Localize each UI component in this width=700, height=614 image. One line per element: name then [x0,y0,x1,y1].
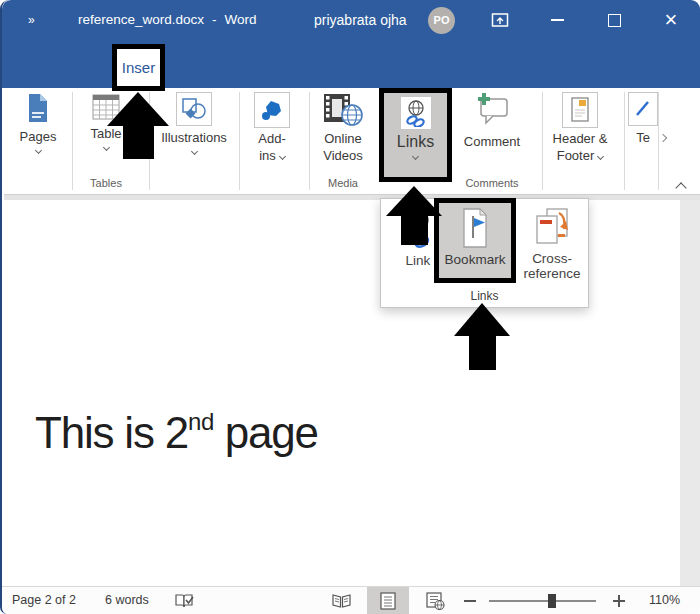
cross-reference-icon [532,207,572,249]
document-text: This is 2nd page [35,408,318,458]
web-layout-icon[interactable] [426,592,445,610]
chevron-down-icon [190,148,197,155]
close-icon: × [665,0,678,40]
online-videos-button[interactable]: Online Videos [314,92,372,164]
window-title: reference_word.docx - Word [78,0,257,40]
chevron-down-icon [412,153,419,160]
comment-button[interactable]: Comment [457,92,527,150]
group-separator [239,92,240,190]
links-icon [400,96,432,130]
bookmark-label: Bookmark [445,252,506,267]
addins-icon [254,92,290,128]
header-footer-label-line2: Footer [557,147,604,164]
chevron-down-icon [597,153,604,160]
zoom-in-icon[interactable] [618,595,620,607]
arrow-to-insert-tab [107,92,169,159]
minimize-icon [551,19,564,21]
avatar[interactable]: PO [428,7,455,34]
chevron-down-icon [34,147,41,154]
word-count[interactable]: 6 words [105,587,149,614]
proofing-icon[interactable] [174,592,195,610]
links-button[interactable]: Links [384,93,447,177]
arrow-to-links-button [386,186,442,245]
pages-label: Pages [20,128,57,145]
print-layout-icon [380,592,396,610]
zoom-level[interactable]: 110% [649,587,680,614]
header-footer-label-line1: Header & [553,130,608,147]
illustrations-label: Illustrations [161,129,227,146]
bookmark-annotation-box: Bookmark [434,198,516,283]
chevron-down-icon [279,153,286,160]
page-info[interactable]: Page 2 of 2 [12,587,76,614]
group-separator [624,92,625,190]
online-videos-icon [322,92,364,128]
quick-access-overflow-icon[interactable]: » [28,0,35,40]
zoom-slider-thumb[interactable] [548,594,556,608]
online-videos-label-line2: Videos [323,147,363,164]
document-text-end: page [214,408,318,457]
addins-label-line1: Add- [258,130,285,147]
dropdown-item-cross-reference[interactable]: Cross- reference [519,207,585,281]
tab-insert[interactable]: Inser [122,59,155,76]
app-name: Word [225,0,257,40]
addins-label-line2: ins [259,147,285,164]
print-layout-button[interactable] [367,587,409,614]
addins-button[interactable]: Add- ins [245,92,299,164]
text-button[interactable]: Te [628,92,658,146]
comments-group-label: Comments [460,177,524,189]
vertical-scrollbar[interactable] [680,200,700,586]
link-label: Link [406,253,431,268]
group-separator [72,92,73,190]
group-separator [542,92,543,190]
links-label: Links [397,133,434,151]
document-text-superscript: nd [188,408,214,435]
tables-group-label: Tables [81,177,131,189]
ribbon-display-options-icon [491,11,509,29]
ribbon-display-options-button[interactable] [483,0,517,40]
bookmark-icon [459,207,491,249]
dropdown-group-label: Links [381,289,588,303]
arrow-to-bookmark-item [454,303,510,370]
zoom-slider-track[interactable] [489,600,596,602]
media-group-label: Media [318,177,368,189]
online-videos-label-line1: Online [324,130,362,147]
document-title: reference_word.docx [78,0,204,40]
insert-annotation-box: Inser [112,44,165,91]
minimize-button[interactable] [540,0,574,40]
read-mode-icon[interactable] [331,593,352,609]
close-button[interactable]: × [654,0,688,40]
title-bar: » reference_word.docx - Word priyabrata … [2,0,700,40]
cross-reference-label-line2: reference [523,266,580,281]
cross-reference-label-line1: Cross- [532,251,572,266]
title-separator: - [212,0,217,40]
zoom-out-icon[interactable] [464,600,476,602]
comment-label: Comment [464,133,520,150]
word-window: » reference_word.docx - Word priyabrata … [0,0,700,614]
user-name: priyabrata ojha [314,0,407,40]
maximize-button[interactable] [597,0,631,40]
ribbon-tab-row: File Hom Draw Desig Layo Refer Maili Rev… [2,40,700,88]
document-text-start: This is 2 [35,408,188,457]
pages-icon [26,92,50,124]
status-bar: Page 2 of 2 6 words 110% [2,586,700,614]
group-separator [309,92,310,190]
links-annotation-box: Links [379,88,452,182]
comment-icon [473,92,511,128]
text-label: Te [636,129,650,146]
text-icon [628,92,658,126]
dropdown-item-bookmark[interactable]: Bookmark [439,203,511,278]
header-footer-icon [562,92,598,128]
header-footer-button[interactable]: Header & Footer [544,92,616,164]
maximize-icon [608,14,621,27]
pages-button[interactable]: Pages [14,92,62,153]
document-page[interactable]: This is 2nd page [4,200,700,586]
illustrations-icon [176,92,212,126]
group-separator [658,92,659,190]
